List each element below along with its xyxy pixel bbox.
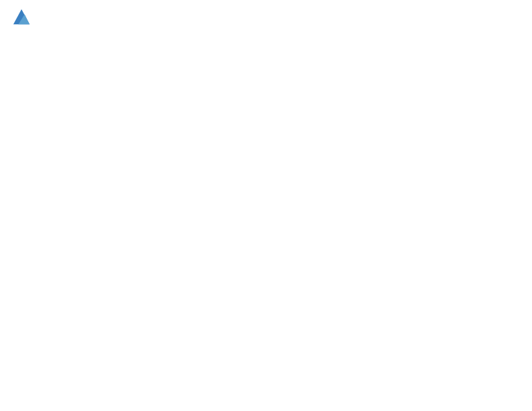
logo bbox=[9, 7, 31, 26]
logo-icon bbox=[12, 7, 31, 26]
page-header bbox=[7, 7, 525, 26]
